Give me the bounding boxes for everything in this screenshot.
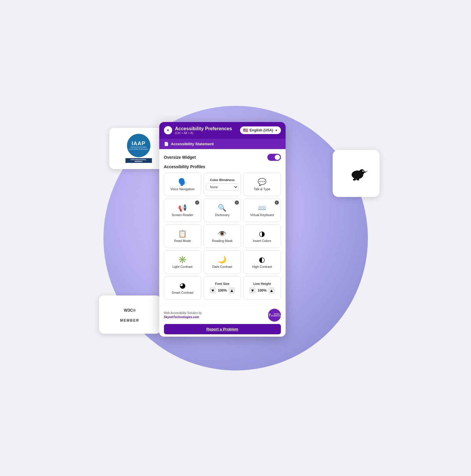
profiles-row-1: 🗣️ Voice Navigation Color Blindness None… xyxy=(164,173,281,196)
font-size-label: Font Size xyxy=(215,282,229,285)
profiles-row-3: 📋 Read Mode 👁️ Reading Mask ◑ Invert Col… xyxy=(164,224,281,248)
font-size-increase-button[interactable]: ▲ xyxy=(229,287,235,294)
font-size-decrease-button[interactable]: ▼ xyxy=(209,287,216,294)
line-height-label: Line Height xyxy=(253,282,271,285)
invert-colors-icon: ◑ xyxy=(259,230,265,237)
header-title: Accessibility Preferences (Ctrl + Alt + … xyxy=(175,126,232,135)
light-contrast-icon: ✳️ xyxy=(178,256,187,263)
color-blindness-label: Color Blindness xyxy=(210,178,234,182)
dark-contrast-icon: 🌙 xyxy=(218,256,227,263)
dark-contrast-cell[interactable]: 🌙 Dark Contrast xyxy=(204,250,241,274)
screen-reader-icon: 📢 xyxy=(178,204,187,211)
w3c-badge-card: W3C® MEMBER xyxy=(99,295,161,334)
virtual-keyboard-label: Virtual Keyboard xyxy=(250,213,274,217)
line-height-value: 100% xyxy=(257,288,266,293)
read-mode-cell[interactable]: 📋 Read Mode xyxy=(164,224,201,248)
virtual-keyboard-icon: ⌨️ xyxy=(258,204,266,211)
oversize-label: Oversize Widget xyxy=(164,155,196,160)
high-contrast-icon: ◐ xyxy=(259,256,265,263)
w3c-logo: W3C® xyxy=(124,307,136,317)
statement-icon: 📄 xyxy=(164,142,169,146)
dictionary-icon: 🔍 xyxy=(218,204,227,211)
w3c-member-label: MEMBER xyxy=(120,318,139,323)
screen-reader-info-icon: i xyxy=(195,201,199,205)
light-contrast-label: Light Contrast xyxy=(172,265,192,268)
virtual-keyboard-cell[interactable]: i ⌨️ Virtual Keyboard xyxy=(243,198,281,222)
footer-text: Web Accessibility Solution by SkynetTech… xyxy=(164,311,202,319)
footer-branding: Web Accessibility Solution by SkynetTech… xyxy=(164,309,281,322)
close-button[interactable]: × xyxy=(164,126,172,134)
statement-label: Accessibility Statement xyxy=(171,142,214,146)
line-height-decrease-button[interactable]: ▼ xyxy=(249,287,256,294)
screen-reader-label: Screen Reader xyxy=(172,213,193,217)
svg-marker-2 xyxy=(364,171,368,173)
invert-colors-label: Invert Colors xyxy=(253,239,271,243)
read-mode-icon: 📋 xyxy=(178,230,187,237)
dictionary-info-icon: i xyxy=(235,201,239,205)
dictionary-cell[interactable]: i 🔍 Dictionary xyxy=(204,198,241,222)
accessibility-statement-bar[interactable]: 📄 Accessibility Statement xyxy=(159,139,286,149)
reading-mask-label: Reading Mask xyxy=(212,239,232,243)
dark-contrast-label: Dark Contrast xyxy=(212,265,232,268)
invert-colors-cell[interactable]: ◑ Invert Colors xyxy=(243,224,281,248)
font-size-cell: Font Size ▼ 100% ▲ xyxy=(204,276,241,300)
reading-mask-cell[interactable]: 👁️ Reading Mask xyxy=(204,224,241,248)
virtual-keyboard-info-icon: i xyxy=(275,201,279,205)
panel-header: × Accessibility Preferences (Ctrl + Alt … xyxy=(159,122,286,139)
screen-reader-cell[interactable]: i 📢 Screen Reader xyxy=(164,198,201,222)
light-contrast-cell[interactable]: ✳️ Light Contrast xyxy=(164,250,201,274)
talk-type-label: Talk & Type xyxy=(254,187,270,191)
oversize-toggle[interactable] xyxy=(267,154,281,161)
high-contrast-cell[interactable]: ◐ High Contrast xyxy=(243,250,281,274)
iaap-org-label: ORGANIZATIONAL MEMBER xyxy=(125,158,152,163)
talk-type-icon: 💬 xyxy=(258,178,266,186)
line-height-increase-button[interactable]: ▲ xyxy=(268,287,275,294)
reading-mask-icon: 👁️ xyxy=(218,230,227,237)
profiles-row-2: i 📢 Screen Reader i 🔍 Dictionary i ⌨️ Vi… xyxy=(164,198,281,222)
color-blindness-select[interactable]: None Protanopia Deuteranopia Tritanopia xyxy=(206,183,238,191)
read-mode-label: Read Mode xyxy=(174,239,191,243)
bird-card xyxy=(333,150,380,197)
panel-body: Oversize Widget Accessibility Profiles 🗣… xyxy=(159,149,286,305)
dictionary-label: Dictionary xyxy=(215,213,229,217)
talk-and-type-cell[interactable]: 💬 Talk & Type xyxy=(243,173,281,196)
line-height-cell: Line Height ▼ 100% ▲ xyxy=(243,276,281,300)
svg-point-1 xyxy=(359,169,364,174)
svg-point-3 xyxy=(362,170,364,172)
accessibility-panel: × Accessibility Preferences (Ctrl + Alt … xyxy=(159,122,286,337)
iaap-sub-text: International Association of Accessibili… xyxy=(128,146,149,150)
voice-navigation-cell[interactable]: 🗣️ Voice Navigation xyxy=(164,173,201,196)
profiles-row-5: ◕ Smart Contrast Font Size ▼ 100% ▲ Line… xyxy=(164,276,281,300)
smart-contrast-label: Smart Contrast xyxy=(172,291,193,294)
footer-link[interactable]: SkynetTechnologies.com xyxy=(164,315,199,319)
voice-navigation-icon: 🗣️ xyxy=(178,178,187,186)
language-label: English (USA) xyxy=(250,128,273,132)
high-contrast-label: High Contrast xyxy=(252,265,272,268)
profiles-label: Accessibility Profiles xyxy=(164,164,281,169)
smart-contrast-cell[interactable]: ◕ Smart Contrast xyxy=(164,276,201,300)
chevron-down-icon: ▼ xyxy=(275,129,278,132)
panel-footer: Web Accessibility Solution by SkynetTech… xyxy=(159,305,286,337)
footer-logo: ST SKYNET TECHNOLOGIES xyxy=(268,309,281,322)
profiles-row-4: ✳️ Light Contrast 🌙 Dark Contrast ◐ High… xyxy=(164,250,281,274)
oversize-row: Oversize Widget xyxy=(164,154,281,161)
flag-icon: 🇺🇸 xyxy=(243,128,248,133)
color-blindness-cell[interactable]: Color Blindness None Protanopia Deuteran… xyxy=(204,173,241,196)
voice-navigation-label: Voice Navigation xyxy=(170,187,195,191)
language-selector[interactable]: 🇺🇸 English (USA) ▼ xyxy=(240,126,281,134)
report-problem-button[interactable]: Report a Problem xyxy=(164,324,281,334)
bird-icon xyxy=(343,160,369,187)
iaap-logo-text: IAAP xyxy=(132,141,145,146)
smart-contrast-icon: ◕ xyxy=(180,282,186,289)
font-size-value: 100% xyxy=(218,288,227,293)
